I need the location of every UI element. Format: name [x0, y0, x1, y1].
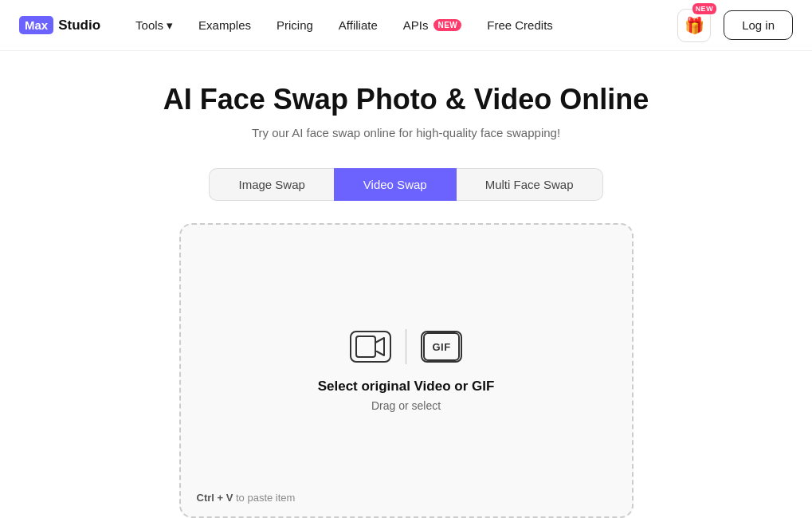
- logo-studio: Studio: [58, 18, 100, 33]
- main-content: AI Face Swap Photo & Video Online Try ou…: [0, 51, 812, 518]
- nav-apis[interactable]: APIs NEW: [394, 12, 472, 38]
- page-subtitle: Try our AI face swap online for high-qua…: [252, 126, 560, 139]
- gift-icon: 🎁: [685, 16, 704, 35]
- nav-tools[interactable]: Tools ▾: [126, 12, 182, 39]
- svg-text:GIF: GIF: [432, 341, 450, 353]
- video-icon: [350, 331, 391, 363]
- icon-divider: [406, 329, 406, 364]
- apis-new-badge: NEW: [433, 19, 461, 31]
- swap-tabs: Image Swap Video Swap Multi Face Swap: [209, 168, 602, 201]
- upload-label: Select original Video or GIF: [318, 379, 495, 394]
- paste-hint-suffix: to paste item: [233, 492, 295, 504]
- tab-video-swap[interactable]: Video Swap: [334, 168, 457, 201]
- gift-new-badge: NEW: [692, 3, 717, 14]
- paste-shortcut: Ctrl + V: [197, 492, 233, 504]
- nav-affiliate[interactable]: Affiliate: [329, 12, 387, 38]
- gift-button[interactable]: 🎁 NEW: [677, 9, 711, 42]
- navbar: Max Studio Tools ▾ Examples Pricing Affi…: [0, 0, 812, 51]
- nav-pricing[interactable]: Pricing: [267, 12, 323, 38]
- logo-max: Max: [19, 16, 53, 34]
- nav-free-credits[interactable]: Free Credits: [477, 12, 563, 38]
- upload-dropzone[interactable]: GIF Select original Video or GIF Drag or…: [179, 223, 634, 518]
- gif-icon: GIF: [421, 331, 462, 363]
- nav-examples[interactable]: Examples: [189, 12, 261, 38]
- upload-icons: GIF: [350, 329, 462, 364]
- tab-multi-face-swap[interactable]: Multi Face Swap: [457, 168, 603, 201]
- svg-rect-0: [356, 336, 375, 357]
- login-button[interactable]: Log in: [724, 10, 793, 40]
- tab-image-swap[interactable]: Image Swap: [209, 168, 333, 201]
- logo[interactable]: Max Studio: [19, 16, 100, 34]
- upload-hint: Drag or select: [371, 399, 441, 412]
- chevron-down-icon: ▾: [167, 18, 173, 33]
- paste-hint: Ctrl + V to paste item: [197, 492, 296, 504]
- page-title: AI Face Swap Photo & Video Online: [163, 83, 649, 116]
